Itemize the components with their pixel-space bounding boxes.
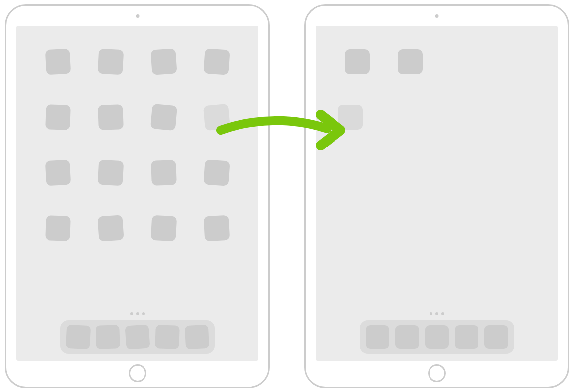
page-indicator[interactable] — [430, 312, 444, 315]
home-screen-left — [16, 26, 258, 361]
dock-app-icon[interactable] — [395, 325, 419, 349]
app-icon[interactable] — [45, 49, 71, 75]
app-icon[interactable] — [45, 215, 71, 241]
dock-app-icon[interactable] — [65, 324, 90, 349]
dock-app-icon[interactable] — [484, 325, 508, 349]
app-icon[interactable] — [98, 49, 124, 75]
app-icon[interactable] — [150, 103, 177, 130]
app-icon[interactable] — [98, 104, 124, 130]
app-icon[interactable] — [97, 215, 124, 241]
dock-app-icon[interactable] — [455, 325, 478, 349]
dock-app-icon[interactable] — [155, 325, 180, 349]
app-icon[interactable] — [204, 49, 230, 75]
app-icon-dragged-source[interactable] — [203, 103, 230, 130]
app-icon-dragged-incoming[interactable] — [338, 105, 363, 130]
camera-icon — [435, 14, 438, 18]
dot-icon — [142, 312, 145, 315]
dock-app-icon[interactable] — [96, 325, 120, 349]
app-icon[interactable] — [150, 49, 177, 75]
dock-app-icon[interactable] — [425, 325, 449, 349]
dock-app-icon[interactable] — [184, 324, 209, 349]
dot-icon — [430, 312, 432, 315]
app-icon[interactable] — [151, 215, 177, 241]
diagram-stage — [0, 0, 574, 392]
app-icon-grid — [31, 49, 243, 241]
tablet-right — [304, 4, 569, 388]
app-icon[interactable] — [151, 160, 177, 186]
dock-app-icon[interactable] — [125, 324, 150, 349]
app-icon[interactable] — [345, 49, 370, 74]
home-button[interactable] — [428, 364, 446, 382]
dot-icon — [136, 312, 139, 315]
camera-icon — [136, 14, 139, 18]
home-screen-right — [316, 26, 558, 361]
app-icon[interactable] — [398, 49, 423, 74]
app-icon[interactable] — [45, 104, 71, 130]
dot-icon — [441, 312, 444, 315]
dock — [360, 320, 514, 354]
dock — [60, 320, 215, 354]
tablet-left — [5, 4, 270, 388]
dot-icon — [435, 312, 438, 315]
app-icon-grid — [331, 49, 543, 74]
app-icon[interactable] — [204, 215, 230, 241]
app-icon[interactable] — [204, 159, 230, 186]
app-icon[interactable] — [98, 159, 124, 186]
home-button[interactable] — [129, 364, 146, 382]
dot-icon — [130, 312, 133, 315]
dock-app-icon[interactable] — [366, 325, 389, 349]
page-indicator[interactable] — [130, 312, 145, 315]
app-icon[interactable] — [45, 159, 71, 186]
